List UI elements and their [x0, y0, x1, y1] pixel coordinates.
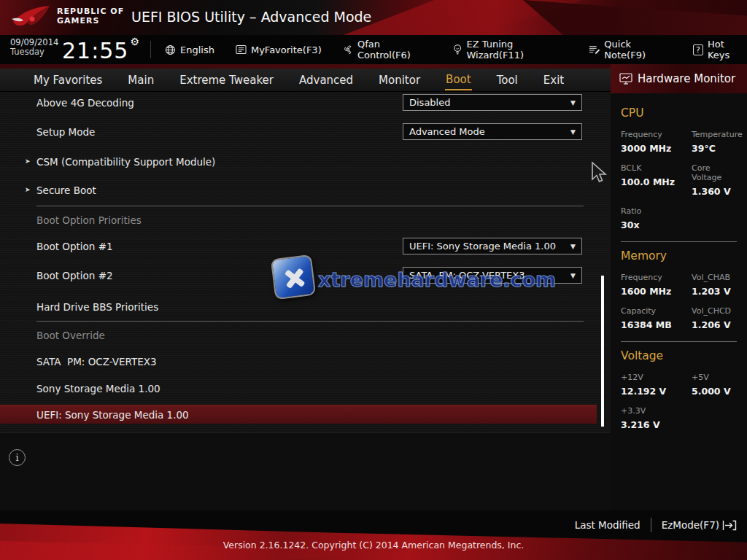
- voltage-3v3: +3.3V 3.216 V: [621, 406, 692, 430]
- hdd-bbs-row[interactable]: Hard Drive BBS Priorities: [36, 298, 582, 316]
- myfavorite-label: MyFavorite(F3): [251, 44, 322, 55]
- sidebar-divider: [621, 241, 737, 242]
- csm-submenu-row[interactable]: ➤ CSM (Compatibility Support Module): [36, 153, 582, 171]
- chevron-down-icon: ▼: [570, 128, 576, 136]
- csm-label: CSM (Compatibility Support Module): [36, 156, 215, 168]
- submenu-arrow-icon: ➤: [25, 158, 31, 165]
- banner-dark-wedge: [523, 0, 747, 35]
- info-bar: 09/09/2014 Tuesday 21:55⚙ English MyFavo…: [0, 35, 747, 64]
- ezmode-button[interactable]: EzMode(F7): [662, 519, 737, 531]
- quick-note-icon: [589, 44, 600, 55]
- setup-mode-dropdown[interactable]: Advanced Mode ▼: [403, 123, 582, 140]
- cpu-section-title: CPU: [621, 106, 741, 120]
- hot-keys-icon: ?: [693, 44, 703, 55]
- chevron-down-icon: ▼: [570, 272, 576, 279]
- override-item-uefi-sony-selected[interactable]: UEFI: Sony Storage Media 1.00: [0, 405, 597, 424]
- tab-extreme-tweaker[interactable]: Extreme Tweaker: [179, 71, 274, 90]
- ezmode-exit-icon: [722, 520, 737, 531]
- override-item-sata[interactable]: SATA PM: OCZ-VERTEX3: [36, 353, 582, 370]
- day-text: Tuesday: [10, 47, 58, 57]
- boot-option-2-label: Boot Option #2: [36, 270, 113, 281]
- cpu-readings: Frequency 3000 MHz Temperature 39°C BCLK…: [621, 130, 741, 240]
- override-sony-label: Sony Storage Media 1.00: [36, 383, 160, 394]
- last-modified-button[interactable]: Last Modified: [575, 519, 640, 531]
- boot-override-section-title: Boot Override: [36, 330, 105, 341]
- secure-boot-label: Secure Boot: [36, 184, 96, 196]
- ez-tuning-wizard-button[interactable]: EZ Tuning Wizard(F11): [453, 39, 568, 61]
- above-4g-value: Disabled: [409, 97, 570, 108]
- scrollbar-thumb[interactable]: [601, 276, 604, 427]
- cpu-core-voltage: Core Voltage 1.360 V: [692, 163, 743, 197]
- myfavorite-icon: [236, 44, 247, 55]
- setup-mode-value: Advanced Mode: [409, 126, 570, 137]
- language-button[interactable]: English: [165, 44, 214, 55]
- datetime-block: 09/09/2014 Tuesday: [10, 38, 58, 57]
- rog-logo-icon: [10, 3, 53, 32]
- chevron-down-icon: ▼: [570, 243, 576, 250]
- time-settings-gear-icon[interactable]: ⚙: [130, 36, 140, 47]
- top-banner: REPUBLIC OF GAMERS UEFI BIOS Utility – A…: [0, 0, 747, 35]
- hot-keys-button[interactable]: ? Hot Keys: [693, 39, 747, 61]
- brand-line2: GAMERS: [57, 16, 124, 26]
- hardware-monitor-title: Hardware Monitor: [638, 72, 735, 85]
- sidebar-divider: [621, 341, 737, 342]
- boot-option-2-value: SATA PM: OCZ-VERTEX3: [409, 270, 570, 281]
- quick-note-label: Quick Note(F9): [604, 39, 671, 61]
- cpu-temperature: Temperature 39°C: [692, 130, 743, 154]
- quick-note-button[interactable]: Quick Note(F9): [589, 39, 671, 61]
- language-label: English: [180, 44, 214, 55]
- bios-screen: REPUBLIC OF GAMERS UEFI BIOS Utility – A…: [0, 0, 747, 560]
- memory-vol-chcd: Vol_CHCD 1.206 V: [692, 306, 741, 330]
- memory-readings: Frequency 1600 MHz Vol_CHAB 1.203 V Capa…: [621, 273, 741, 340]
- toolbar: English MyFavorite(F3) Qfan Control(F6): [165, 35, 747, 64]
- override-sata-label: SATA PM: OCZ-VERTEX3: [36, 356, 157, 368]
- secure-boot-submenu-row[interactable]: ➤ Secure Boot: [36, 182, 582, 199]
- voltage-section-title: Voltage: [621, 349, 741, 362]
- boot-priorities-section-title: Boot Option Priorities: [36, 214, 142, 226]
- setting-row-boot-option-2: Boot Option #2 SATA PM: OCZ-VERTEX3 ▼: [36, 267, 582, 284]
- version-text: Version 2.16.1242. Copyright (C) 2014 Am…: [0, 540, 747, 551]
- ezmode-label: EzMode(F7): [662, 519, 719, 531]
- tab-monitor[interactable]: Monitor: [378, 71, 421, 90]
- toolbar-divider: [150, 41, 151, 58]
- setup-mode-label: Setup Mode: [36, 126, 95, 138]
- memory-capacity: Capacity 16384 MB: [621, 306, 692, 330]
- override-uefi-sony-label: UEFI: Sony Storage Media 1.00: [36, 409, 189, 421]
- globe-icon: [165, 44, 176, 55]
- hardware-monitor-panel: Hardware Monitor CPU Frequency 3000 MHz …: [611, 64, 747, 510]
- tab-advanced[interactable]: Advanced: [298, 71, 354, 90]
- tab-my-favorites[interactable]: My Favorites: [33, 71, 103, 90]
- monitor-icon: [619, 73, 632, 85]
- override-item-sony[interactable]: Sony Storage Media 1.00: [36, 380, 582, 397]
- memory-vol-chab: Vol_CHAB 1.203 V: [692, 273, 741, 297]
- boot-option-2-dropdown[interactable]: SATA PM: OCZ-VERTEX3 ▼: [403, 267, 582, 284]
- menu-tabs: My Favorites Main Extreme Tweaker Advanc…: [0, 69, 611, 91]
- voltage-readings: +12V 12.192 V +5V 5.000 V +3.3V 3.216 V: [621, 373, 741, 440]
- cpu-ratio: Ratio 30x: [621, 206, 692, 230]
- footer-actions: Last Modified EzMode(F7): [575, 518, 737, 532]
- myfavorite-button[interactable]: MyFavorite(F3): [236, 44, 322, 55]
- ez-tuning-label: EZ Tuning Wizard(F11): [467, 39, 568, 61]
- setting-row-above-4g: Above 4G Decoding Disabled ▼: [36, 94, 582, 112]
- tab-main[interactable]: Main: [127, 71, 155, 90]
- section-divider: [36, 206, 584, 206]
- brand-line1: REPUBLIC OF: [57, 7, 124, 16]
- qfan-label: Qfan Control(F6): [357, 39, 432, 61]
- tab-exit[interactable]: Exit: [543, 71, 565, 90]
- cpu-bclk: BCLK 100.0 MHz: [621, 163, 692, 197]
- above-4g-dropdown[interactable]: Disabled ▼: [403, 94, 582, 111]
- memory-frequency: Frequency 1600 MHz: [621, 273, 692, 297]
- hdd-bbs-label: Hard Drive BBS Priorities: [36, 301, 158, 313]
- voltage-5v: +5V 5.000 V: [692, 373, 741, 397]
- tab-boot[interactable]: Boot: [445, 70, 472, 90]
- tab-tool[interactable]: Tool: [496, 71, 519, 90]
- clock: 21:55⚙: [62, 36, 140, 63]
- qfan-icon: [343, 44, 353, 55]
- memory-section-title: Memory: [621, 249, 741, 262]
- boot-option-1-dropdown[interactable]: UEFI: Sony Storage Media 1.00 ▼: [403, 238, 582, 254]
- hot-keys-label: Hot Keys: [708, 39, 747, 61]
- qfan-control-button[interactable]: Qfan Control(F6): [343, 39, 432, 61]
- chevron-down-icon: ▼: [570, 99, 576, 106]
- info-icon: i: [9, 449, 26, 466]
- boot-settings-panel: Above 4G Decoding Disabled ▼ Setup Mode …: [0, 92, 611, 432]
